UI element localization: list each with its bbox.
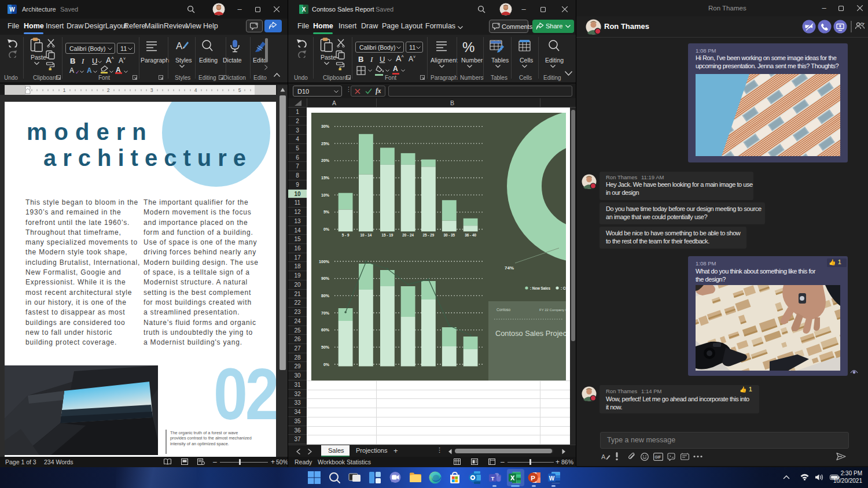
- svg-text:Contoso: Contoso: [496, 308, 511, 312]
- svg-text:5: 5: [238, 87, 241, 93]
- svg-text:: Cu: : Cu: [561, 286, 566, 290]
- svg-text:30 - 35: 30 - 35: [443, 233, 455, 237]
- svg-text:25 - 29: 25 - 29: [423, 233, 435, 237]
- svg-text:60%: 60%: [321, 328, 330, 332]
- svg-text:A: A: [176, 40, 183, 51]
- svg-text:GIF: GIF: [655, 455, 661, 459]
- svg-text:50%: 50%: [321, 345, 330, 349]
- svg-text:P: P: [531, 475, 535, 482]
- svg-text:X: X: [302, 6, 306, 13]
- svg-text:10 - 14: 10 - 14: [361, 233, 372, 237]
- svg-text:74%: 74%: [505, 265, 514, 271]
- svg-text:20%: 20%: [321, 158, 330, 162]
- svg-text:100%: 100%: [319, 260, 330, 264]
- svg-text:Contoso Sales Projectio: Contoso Sales Projectio: [495, 329, 566, 338]
- svg-text:W: W: [549, 475, 555, 482]
- svg-text:2: 2: [107, 87, 110, 93]
- svg-text:+: +: [863, 21, 865, 25]
- svg-text:W: W: [9, 6, 15, 13]
- svg-text:0%: 0%: [323, 227, 330, 231]
- svg-text:15%: 15%: [321, 176, 330, 180]
- svg-text:10%: 10%: [321, 193, 330, 197]
- svg-text:90%: 90%: [321, 276, 330, 280]
- svg-text:0%: 0%: [323, 363, 330, 367]
- svg-text:1: 1: [63, 87, 66, 93]
- svg-text:70%: 70%: [321, 311, 330, 315]
- svg-text:4: 4: [194, 87, 197, 93]
- svg-text:5%: 5%: [323, 210, 330, 214]
- svg-text:36 - 40: 36 - 40: [465, 233, 476, 237]
- svg-text:5 - 9: 5 - 9: [342, 233, 350, 237]
- svg-text:80%: 80%: [321, 294, 330, 298]
- svg-text:15 - 19: 15 - 19: [382, 233, 393, 237]
- svg-text:A: A: [601, 453, 606, 460]
- svg-text:T: T: [491, 475, 495, 482]
- svg-text:20 - 24: 20 - 24: [402, 233, 414, 237]
- svg-text:25%: 25%: [321, 142, 330, 146]
- svg-text:FY 22 Company Over: FY 22 Company Over: [539, 308, 566, 312]
- svg-text:30%: 30%: [321, 124, 330, 128]
- svg-text:: New Sales: : New Sales: [530, 286, 550, 290]
- svg-text:3: 3: [150, 87, 153, 93]
